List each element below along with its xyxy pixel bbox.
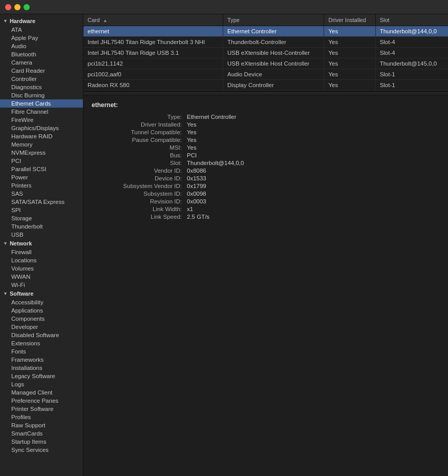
sidebar-item-developer[interactable]: Developer bbox=[0, 323, 83, 331]
detail-value: PCI bbox=[187, 152, 440, 158]
detail-value: Yes bbox=[187, 137, 440, 143]
table-row[interactable]: ethernetEthernet ControllerYesThunderbol… bbox=[83, 26, 448, 37]
table-row[interactable]: pci1002,aaf0Audio DeviceYesSlot-1 bbox=[83, 69, 448, 80]
maximize-button[interactable] bbox=[24, 4, 30, 10]
sidebar-section-software[interactable]: ▼ Software bbox=[0, 289, 83, 298]
sidebar-item-memory[interactable]: Memory bbox=[0, 140, 83, 149]
col-card[interactable]: Card ▲ bbox=[83, 14, 223, 26]
detail-value: x1 bbox=[187, 206, 440, 212]
detail-label: Subsystem Vendor ID: bbox=[92, 183, 184, 189]
sidebar-item-sas[interactable]: SAS bbox=[0, 190, 83, 198]
sidebar-item-spi[interactable]: SPI bbox=[0, 206, 83, 214]
sidebar-item-disabled-software[interactable]: Disabled Software bbox=[0, 331, 83, 339]
content-area: Card ▲ Type Driver Installed Slot ethern… bbox=[83, 14, 448, 476]
table-row[interactable]: Radeon RX 580Display ControllerYesSlot-1 bbox=[83, 80, 448, 91]
sidebar-item-storage[interactable]: Storage bbox=[0, 214, 83, 222]
minimize-button[interactable] bbox=[14, 4, 20, 10]
sidebar-item-camera[interactable]: Camera bbox=[0, 58, 83, 67]
sidebar-item-fonts[interactable]: Fonts bbox=[0, 347, 83, 356]
ethernet-table: Card ▲ Type Driver Installed Slot ethern… bbox=[83, 14, 448, 91]
network-section-label: Network bbox=[10, 240, 32, 246]
table-area: Card ▲ Type Driver Installed Slot ethern… bbox=[83, 14, 448, 91]
resize-divider[interactable]: · · · bbox=[83, 91, 448, 95]
sidebar-item-locations[interactable]: Locations bbox=[0, 256, 83, 264]
sidebar-item-disc-burning[interactable]: Disc Burning bbox=[0, 91, 83, 99]
sidebar-item-fibre-channel[interactable]: Fibre Channel bbox=[0, 108, 83, 116]
col-type[interactable]: Type bbox=[223, 14, 324, 26]
detail-label: Slot: bbox=[92, 160, 184, 166]
sidebar-item-profiles[interactable]: Profiles bbox=[0, 413, 83, 421]
table-row[interactable]: pci1b21,1142USB eXtensible Host Controll… bbox=[83, 58, 448, 69]
sidebar-item-firewall[interactable]: Firewall bbox=[0, 248, 83, 256]
col-driver[interactable]: Driver Installed bbox=[324, 14, 375, 26]
sidebar-item-bluetooth[interactable]: Bluetooth bbox=[0, 50, 83, 58]
sidebar-item-parallel-scsi[interactable]: Parallel SCSI bbox=[0, 165, 83, 173]
sort-arrow-icon: ▲ bbox=[103, 18, 108, 23]
main-container: ▼ Hardware ATA Apple Pay Audio Bluetooth… bbox=[0, 14, 448, 476]
detail-value: 0x1533 bbox=[187, 175, 440, 181]
sidebar-item-diagnostics[interactable]: Diagnostics bbox=[0, 83, 83, 91]
sidebar-item-graphics-displays[interactable]: Graphics/Displays bbox=[0, 124, 83, 132]
sidebar-item-power[interactable]: Power bbox=[0, 173, 83, 181]
sidebar-item-components[interactable]: Components bbox=[0, 315, 83, 323]
detail-value: Thunderbolt@144,0,0 bbox=[187, 160, 440, 166]
sidebar-item-ata[interactable]: ATA bbox=[0, 26, 83, 34]
detail-label: Type: bbox=[92, 114, 184, 120]
sidebar-item-frameworks[interactable]: Frameworks bbox=[0, 356, 83, 364]
sidebar-item-volumes[interactable]: Volumes bbox=[0, 264, 83, 273]
sidebar-item-managed-client[interactable]: Managed Client bbox=[0, 388, 83, 397]
detail-label: Tunnel Compatible: bbox=[92, 129, 184, 135]
traffic-lights bbox=[5, 4, 30, 10]
sidebar-item-pci[interactable]: PCI bbox=[0, 157, 83, 165]
sidebar-item-controller[interactable]: Controller bbox=[0, 75, 83, 83]
detail-label: Driver Installed: bbox=[92, 121, 184, 128]
sidebar-item-printers[interactable]: Printers bbox=[0, 181, 83, 190]
detail-value: 0x0003 bbox=[187, 198, 440, 204]
sidebar-item-nvmexpress[interactable]: NVMExpress bbox=[0, 149, 83, 157]
sidebar-item-thunderbolt[interactable]: Thunderbolt bbox=[0, 222, 83, 231]
sidebar-section-hardware[interactable]: ▼ Hardware bbox=[0, 16, 83, 26]
detail-value: 2.5 GT/s bbox=[187, 214, 440, 220]
sidebar-item-accessibility[interactable]: Accessibility bbox=[0, 298, 83, 306]
sidebar-item-hardware-raid[interactable]: Hardware RAID bbox=[0, 132, 83, 140]
sidebar-item-apple-pay[interactable]: Apple Pay bbox=[0, 34, 83, 42]
sidebar-item-applications[interactable]: Applications bbox=[0, 306, 83, 315]
detail-label: Link Width: bbox=[92, 206, 184, 212]
detail-value: Yes bbox=[187, 144, 440, 151]
sidebar-item-ethernet-cards[interactable]: Ethernet Cards bbox=[0, 99, 83, 108]
sidebar-section-network[interactable]: ▼ Network bbox=[0, 239, 83, 248]
detail-value: Yes bbox=[187, 121, 440, 128]
sidebar-item-sata[interactable]: SATA/SATA Express bbox=[0, 198, 83, 206]
detail-value: 0x1799 bbox=[187, 183, 440, 189]
sidebar-item-smartcards[interactable]: SmartCards bbox=[0, 429, 83, 438]
sidebar-item-startup-items[interactable]: Startup Items bbox=[0, 438, 83, 446]
col-slot[interactable]: Slot bbox=[375, 14, 448, 26]
sidebar-item-firewire[interactable]: FireWire bbox=[0, 116, 83, 124]
sidebar-item-sync-services[interactable]: Sync Services bbox=[0, 446, 83, 454]
sidebar-item-legacy-software[interactable]: Legacy Software bbox=[0, 372, 83, 380]
detail-label: Pause Compatible: bbox=[92, 137, 184, 143]
detail-label: Device ID: bbox=[92, 175, 184, 181]
sidebar-item-card-reader[interactable]: Card Reader bbox=[0, 67, 83, 75]
detail-label: MSI: bbox=[92, 144, 184, 151]
sidebar-item-wwan[interactable]: WWAN bbox=[0, 273, 83, 281]
sidebar-item-raw-support[interactable]: Raw Support bbox=[0, 421, 83, 429]
table-row[interactable]: Intel JHL7540 Titan Ridge USB 3.1USB eXt… bbox=[83, 48, 448, 58]
detail-label: Revision ID: bbox=[92, 198, 184, 204]
sidebar-item-installations[interactable]: Installations bbox=[0, 364, 83, 372]
table-row[interactable]: Intel JHL7540 Titan Ridge Thunderbolt 3 … bbox=[83, 37, 448, 48]
close-button[interactable] bbox=[5, 4, 11, 10]
detail-value: 0x8086 bbox=[187, 168, 440, 174]
sidebar-item-logs[interactable]: Logs bbox=[0, 380, 83, 388]
software-arrow-icon: ▼ bbox=[3, 291, 8, 296]
detail-label: Subsystem ID: bbox=[92, 191, 184, 197]
sidebar-item-audio[interactable]: Audio bbox=[0, 42, 83, 50]
sidebar-item-usb[interactable]: USB bbox=[0, 231, 83, 239]
hardware-arrow-icon: ▼ bbox=[3, 18, 8, 24]
titlebar bbox=[0, 0, 448, 14]
sidebar-item-preference-panes[interactable]: Preference Panes bbox=[0, 397, 83, 405]
hardware-section-label: Hardware bbox=[10, 18, 35, 24]
sidebar-item-wifi[interactable]: Wi-Fi bbox=[0, 281, 83, 289]
sidebar-item-extensions[interactable]: Extensions bbox=[0, 339, 83, 347]
sidebar-item-printer-software[interactable]: Printer Software bbox=[0, 405, 83, 413]
